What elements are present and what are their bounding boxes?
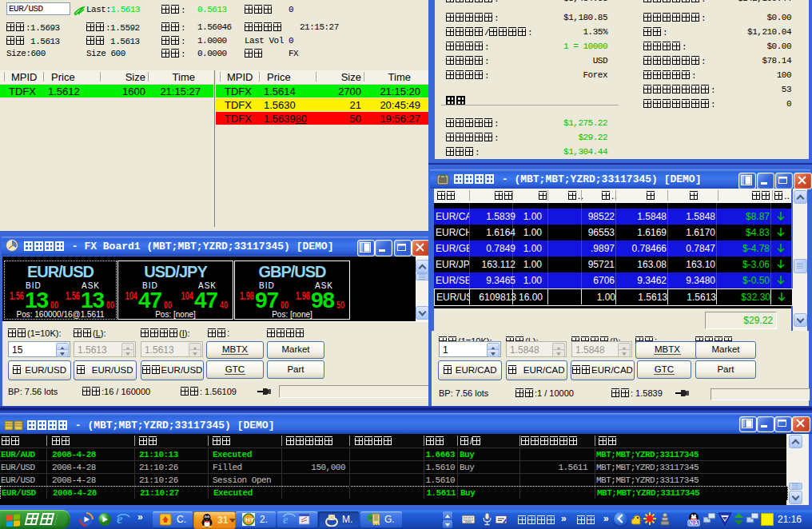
svg-text:HY: HY	[245, 516, 255, 523]
svg-text:e: e	[117, 511, 123, 527]
svg-text:N/A: N/A	[689, 520, 699, 526]
